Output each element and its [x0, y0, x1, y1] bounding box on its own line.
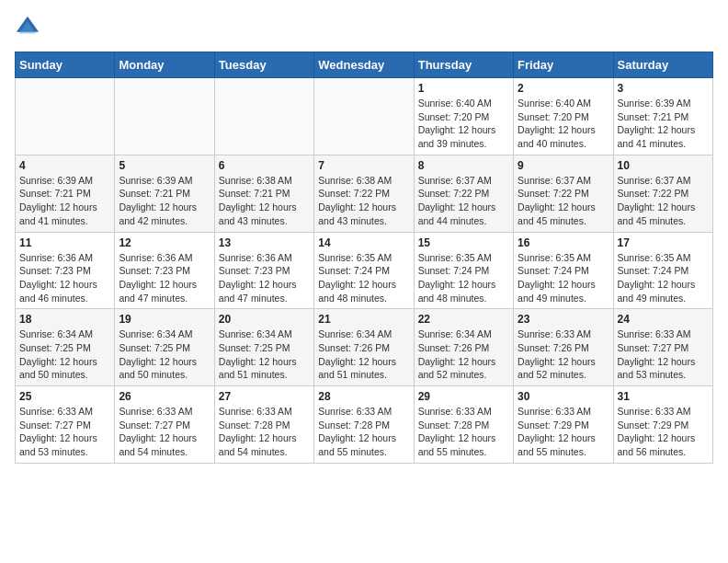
day-number: 24: [618, 313, 709, 326]
day-info: Sunrise: 6:33 AMSunset: 7:29 PMDaylight:…: [618, 405, 709, 459]
calendar-cell: 11Sunrise: 6:36 AMSunset: 7:23 PMDayligh…: [16, 232, 115, 309]
calendar-cell: 30Sunrise: 6:33 AMSunset: 7:29 PMDayligh…: [514, 386, 613, 464]
day-number: 18: [19, 313, 110, 326]
calendar-body: 1Sunrise: 6:40 AMSunset: 7:20 PMDaylight…: [16, 78, 713, 464]
weekday-header-tuesday: Tuesday: [214, 52, 313, 78]
calendar-cell: 17Sunrise: 6:35 AMSunset: 7:24 PMDayligh…: [613, 232, 712, 309]
calendar-cell: [214, 78, 313, 155]
day-info: Sunrise: 6:33 AMSunset: 7:29 PMDaylight:…: [518, 405, 609, 459]
day-info: Sunrise: 6:35 AMSunset: 7:24 PMDaylight:…: [618, 251, 709, 305]
weekday-header-sunday: Sunday: [16, 52, 115, 78]
day-number: 8: [418, 159, 509, 172]
calendar-cell: 19Sunrise: 6:34 AMSunset: 7:25 PMDayligh…: [115, 309, 214, 386]
weekday-header-friday: Friday: [514, 52, 613, 78]
day-number: 7: [318, 159, 409, 172]
day-number: 10: [618, 159, 709, 172]
calendar-cell: 2Sunrise: 6:40 AMSunset: 7:20 PMDaylight…: [514, 78, 613, 155]
calendar-cell: 9Sunrise: 6:37 AMSunset: 7:22 PMDaylight…: [514, 155, 613, 232]
calendar-week-row: 4Sunrise: 6:39 AMSunset: 7:21 PMDaylight…: [16, 155, 713, 232]
day-info: Sunrise: 6:35 AMSunset: 7:24 PMDaylight:…: [318, 251, 409, 305]
calendar-cell: 24Sunrise: 6:33 AMSunset: 7:27 PMDayligh…: [613, 309, 712, 386]
day-number: 4: [19, 159, 110, 172]
day-info: Sunrise: 6:34 AMSunset: 7:26 PMDaylight:…: [318, 327, 409, 382]
day-number: 2: [518, 82, 609, 95]
weekday-header-saturday: Saturday: [613, 52, 712, 78]
day-number: 14: [318, 236, 409, 249]
day-info: Sunrise: 6:40 AMSunset: 7:20 PMDaylight:…: [418, 97, 509, 151]
calendar-cell: 10Sunrise: 6:37 AMSunset: 7:22 PMDayligh…: [613, 155, 712, 232]
calendar-cell: 20Sunrise: 6:34 AMSunset: 7:25 PMDayligh…: [214, 309, 313, 386]
logo: [15, 15, 44, 40]
calendar-cell: 22Sunrise: 6:34 AMSunset: 7:26 PMDayligh…: [414, 309, 513, 386]
day-info: Sunrise: 6:33 AMSunset: 7:27 PMDaylight:…: [618, 327, 709, 382]
calendar-cell: 6Sunrise: 6:38 AMSunset: 7:21 PMDaylight…: [214, 155, 313, 232]
day-info: Sunrise: 6:33 AMSunset: 7:27 PMDaylight:…: [119, 405, 210, 459]
calendar-cell: 3Sunrise: 6:39 AMSunset: 7:21 PMDaylight…: [613, 78, 712, 155]
day-number: 19: [119, 313, 210, 326]
day-number: 27: [219, 390, 310, 403]
day-number: 5: [119, 159, 210, 172]
weekday-header-monday: Monday: [115, 52, 214, 78]
day-info: Sunrise: 6:34 AMSunset: 7:25 PMDaylight:…: [119, 327, 210, 382]
calendar-week-row: 1Sunrise: 6:40 AMSunset: 7:20 PMDaylight…: [16, 78, 713, 155]
calendar-header: SundayMondayTuesdayWednesdayThursdayFrid…: [16, 52, 713, 78]
day-number: 21: [318, 313, 409, 326]
day-number: 29: [418, 390, 509, 403]
day-info: Sunrise: 6:39 AMSunset: 7:21 PMDaylight:…: [618, 97, 709, 151]
day-number: 15: [418, 236, 509, 249]
calendar-cell: 15Sunrise: 6:35 AMSunset: 7:24 PMDayligh…: [414, 232, 513, 309]
calendar-cell: 1Sunrise: 6:40 AMSunset: 7:20 PMDaylight…: [414, 78, 513, 155]
day-info: Sunrise: 6:33 AMSunset: 7:26 PMDaylight:…: [518, 327, 609, 382]
day-info: Sunrise: 6:33 AMSunset: 7:28 PMDaylight:…: [219, 405, 310, 459]
day-info: Sunrise: 6:39 AMSunset: 7:21 PMDaylight:…: [119, 174, 210, 228]
day-info: Sunrise: 6:36 AMSunset: 7:23 PMDaylight:…: [219, 251, 310, 305]
day-number: 23: [518, 313, 609, 326]
day-number: 22: [418, 313, 509, 326]
day-info: Sunrise: 6:33 AMSunset: 7:28 PMDaylight:…: [418, 405, 509, 459]
day-number: 3: [618, 82, 709, 95]
day-number: 17: [618, 236, 709, 249]
weekday-header-wednesday: Wednesday: [314, 52, 414, 78]
calendar-table: SundayMondayTuesdayWednesdayThursdayFrid…: [15, 52, 713, 464]
day-number: 25: [19, 390, 110, 403]
day-number: 16: [518, 236, 609, 249]
day-info: Sunrise: 6:34 AMSunset: 7:25 PMDaylight:…: [219, 327, 310, 382]
day-number: 26: [119, 390, 210, 403]
weekday-header-thursday: Thursday: [414, 52, 513, 78]
calendar-week-row: 18Sunrise: 6:34 AMSunset: 7:25 PMDayligh…: [16, 309, 713, 386]
day-number: 30: [518, 390, 609, 403]
calendar-cell: 13Sunrise: 6:36 AMSunset: 7:23 PMDayligh…: [214, 232, 313, 309]
calendar-cell: 26Sunrise: 6:33 AMSunset: 7:27 PMDayligh…: [115, 386, 214, 464]
day-number: 31: [618, 390, 709, 403]
calendar-week-row: 11Sunrise: 6:36 AMSunset: 7:23 PMDayligh…: [16, 232, 713, 309]
calendar-cell: 5Sunrise: 6:39 AMSunset: 7:21 PMDaylight…: [115, 155, 214, 232]
day-number: 9: [518, 159, 609, 172]
day-number: 28: [318, 390, 409, 403]
calendar-cell: 14Sunrise: 6:35 AMSunset: 7:24 PMDayligh…: [314, 232, 414, 309]
day-number: 20: [219, 313, 310, 326]
day-info: Sunrise: 6:38 AMSunset: 7:21 PMDaylight:…: [219, 174, 310, 228]
calendar-cell: 25Sunrise: 6:33 AMSunset: 7:27 PMDayligh…: [16, 386, 115, 464]
day-number: 1: [418, 82, 509, 95]
day-info: Sunrise: 6:37 AMSunset: 7:22 PMDaylight:…: [518, 174, 609, 228]
calendar-cell: 18Sunrise: 6:34 AMSunset: 7:25 PMDayligh…: [16, 309, 115, 386]
calendar-cell: 27Sunrise: 6:33 AMSunset: 7:28 PMDayligh…: [214, 386, 313, 464]
day-info: Sunrise: 6:35 AMSunset: 7:24 PMDaylight:…: [418, 251, 509, 305]
calendar-cell: 4Sunrise: 6:39 AMSunset: 7:21 PMDaylight…: [16, 155, 115, 232]
day-number: 13: [219, 236, 310, 249]
day-info: Sunrise: 6:39 AMSunset: 7:21 PMDaylight:…: [19, 174, 110, 228]
day-info: Sunrise: 6:38 AMSunset: 7:22 PMDaylight:…: [318, 174, 409, 228]
day-info: Sunrise: 6:34 AMSunset: 7:25 PMDaylight:…: [19, 327, 110, 382]
calendar-cell: [314, 78, 414, 155]
calendar-cell: 12Sunrise: 6:36 AMSunset: 7:23 PMDayligh…: [115, 232, 214, 309]
day-number: 11: [19, 236, 110, 249]
page-header: [15, 15, 713, 40]
weekday-header-row: SundayMondayTuesdayWednesdayThursdayFrid…: [16, 52, 713, 78]
calendar-cell: 7Sunrise: 6:38 AMSunset: 7:22 PMDaylight…: [314, 155, 414, 232]
calendar-cell: 8Sunrise: 6:37 AMSunset: 7:22 PMDaylight…: [414, 155, 513, 232]
calendar-week-row: 25Sunrise: 6:33 AMSunset: 7:27 PMDayligh…: [16, 386, 713, 464]
calendar-cell: 23Sunrise: 6:33 AMSunset: 7:26 PMDayligh…: [514, 309, 613, 386]
day-number: 12: [119, 236, 210, 249]
day-info: Sunrise: 6:36 AMSunset: 7:23 PMDaylight:…: [19, 251, 110, 305]
calendar-cell: [115, 78, 214, 155]
